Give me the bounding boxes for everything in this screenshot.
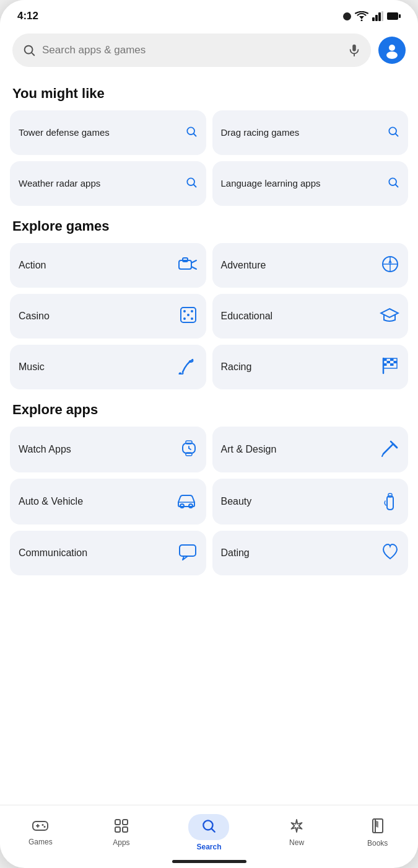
svg-rect-7 [399,14,401,18]
category-label-communication: Communication [19,547,87,559]
nav-label-new: New [289,838,304,847]
category-card-auto-vehicle[interactable]: Auto & Vehicle [10,479,206,525]
category-card-beauty[interactable]: Beauty [212,479,409,525]
category-card-watch-apps[interactable]: Watch Apps [10,427,206,472]
svg-rect-2 [372,17,375,21]
watch-icon [180,438,198,461]
suggestion-card-tower-defense[interactable]: Tower defense games [10,110,206,155]
avatar[interactable] [378,37,406,64]
svg-rect-44 [390,363,394,366]
status-bar: 4:12 [0,0,418,27]
svg-point-31 [183,310,186,312]
category-card-action[interactable]: Action [10,243,206,288]
category-card-communication[interactable]: Communication [10,531,206,575]
suggestion-card-language-learning[interactable]: Language learning apps [212,161,409,206]
svg-rect-4 [378,12,381,21]
battery-icon [387,12,401,20]
category-label-auto-vehicle: Auto & Vehicle [19,496,83,507]
category-label-beauty: Beauty [221,496,252,507]
auto-vehicle-icon [175,492,198,511]
svg-line-24 [191,260,196,263]
svg-line-17 [396,134,398,136]
svg-line-15 [193,134,196,136]
phone-frame: 4:12 [0,0,418,868]
search-icon-weather-radar [185,176,198,191]
svg-line-50 [189,448,191,450]
nav-label-apps: Apps [113,838,129,847]
racing-icon [378,357,399,377]
svg-line-19 [193,185,196,187]
books-icon [371,818,385,836]
category-card-racing[interactable]: Racing [212,345,409,389]
educational-icon [380,306,399,326]
svg-point-13 [386,51,398,59]
svg-marker-0 [359,16,364,19]
communication-icon [178,542,198,564]
suggestion-label-language-learning: Language learning apps [221,177,383,190]
svg-line-70 [212,829,215,832]
suggestion-label-weather-radar: Weather radar apps [19,177,180,190]
explore-games-title: Explore games [12,218,406,234]
category-label-racing: Racing [221,361,252,373]
nav-item-search[interactable]: Search [180,812,238,854]
svg-rect-68 [123,827,128,832]
search-icon-tower-defense [185,125,198,140]
signal-icon [372,11,383,21]
category-card-educational[interactable]: Educational [212,294,409,339]
category-label-action: Action [19,260,46,271]
nav-item-games[interactable]: Games [18,817,63,849]
svg-rect-10 [352,45,356,51]
svg-rect-6 [387,12,398,20]
svg-point-33 [183,317,186,320]
casino-icon [179,306,198,327]
svg-line-54 [382,454,383,456]
svg-point-36 [178,373,181,375]
category-card-art-design[interactable]: Art & Design [212,427,409,472]
svg-point-37 [189,360,191,363]
suggestion-card-drag-racing[interactable]: Drag racing games [212,110,409,155]
beauty-icon [381,490,399,513]
category-card-dating[interactable]: Dating [212,531,409,575]
svg-line-25 [191,267,196,269]
svg-line-21 [396,185,398,187]
nav-item-books[interactable]: Books [355,815,400,850]
svg-rect-5 [381,11,383,21]
category-label-music: Music [19,361,45,373]
search-nav-bg [188,814,229,840]
camera-dot [343,12,351,20]
category-card-adventure[interactable]: Adventure [212,243,409,288]
status-icons [343,11,401,21]
nav-item-new[interactable]: New [274,816,319,849]
svg-rect-40 [390,358,394,361]
category-card-music[interactable]: Music [10,345,206,389]
search-input[interactable] [42,44,341,56]
svg-rect-65 [115,820,120,825]
search-area [0,27,418,73]
you-might-like-title: You might like [12,86,406,102]
category-label-educational: Educational [221,311,273,322]
svg-rect-47 [186,441,192,444]
status-time: 4:12 [17,10,38,22]
search-bar-container[interactable] [12,33,371,67]
nav-item-apps[interactable]: Apps [99,816,144,849]
svg-rect-48 [186,453,192,456]
svg-line-53 [393,444,397,448]
svg-rect-59 [180,545,196,556]
action-icon [178,255,198,275]
art-design-icon [380,439,399,460]
category-label-casino: Casino [19,311,50,322]
wifi-icon [355,11,368,21]
main-content: You might like Tower defense games Drag … [0,73,418,805]
svg-point-12 [389,45,395,51]
svg-point-63 [42,824,44,826]
search-nav-icon [201,825,217,836]
svg-rect-3 [375,15,378,21]
mic-icon[interactable] [347,43,361,57]
category-label-art-design: Art & Design [221,444,277,455]
games-icon [32,819,48,835]
suggestion-label-drag-racing: Drag racing games [221,126,383,139]
nav-label-games: Games [28,838,53,846]
category-card-casino[interactable]: Casino [10,294,206,339]
suggestion-card-weather-radar[interactable]: Weather radar apps [10,161,206,206]
nav-label-books: Books [367,839,388,848]
